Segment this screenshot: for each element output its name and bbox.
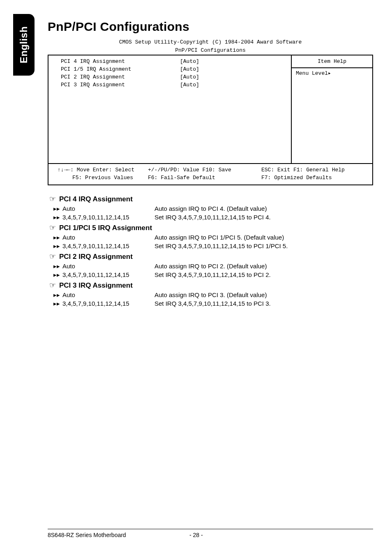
option-row: ▸▸ Auto Auto assign IRQ to PCI 4. (Defau… (48, 204, 373, 213)
arrow-icon: ▸▸ (48, 233, 62, 242)
bios-row-label: PCI 3 IRQ Assignment (61, 81, 180, 89)
hand-icon: ☞ (48, 223, 59, 232)
option-label: 3,4,5,7,9,10,11,12,14,15 (62, 213, 154, 221)
bios-top: PCI 4 IRQ Assignment [Auto] PCI 1/5 IRQ … (48, 55, 372, 163)
hand-icon: ☞ (48, 281, 59, 290)
bios-row-value: [Auto] (180, 81, 199, 89)
option-title: PCI 4 IRQ Assignment (59, 195, 133, 203)
language-tab-text: English (18, 26, 30, 63)
option-block: ☞ PCI 1/PCI 5 IRQ Assignment ▸▸ Auto Aut… (48, 223, 373, 250)
option-label: Auto (62, 291, 154, 299)
arrow-icon: ▸▸ (48, 270, 62, 279)
bios-row: PCI 3 IRQ Assignment [Auto] (61, 81, 287, 89)
option-label: Auto (62, 233, 154, 242)
option-row: ▸▸ Auto Auto assign IRQ to PCI 1/PCI 5. … (48, 233, 373, 242)
option-label: Auto (62, 204, 154, 213)
option-row: ▸▸ 3,4,5,7,9,10,11,12,14,15 Set IRQ 3,4,… (48, 270, 373, 279)
bios-right-pane: Item Help Menu Level▸ (291, 55, 372, 163)
option-block: ☞ PCI 3 IRQ Assignment ▸▸ Auto Auto assi… (48, 281, 373, 308)
option-block: ☞ PCI 2 IRQ Assignment ▸▸ Auto Auto assi… (48, 252, 373, 279)
bios-help-title: Item Help (296, 58, 368, 66)
bios-caption-2: PnP/PCI Configurations (48, 47, 373, 54)
option-label: 3,4,5,7,9,10,11,12,14,15 (62, 270, 154, 279)
option-label: Auto (62, 262, 154, 270)
bios-bottom: ↑↓→←: Move Enter: Select +/-/PU/PD: Valu… (48, 163, 372, 184)
bios-row: PCI 2 IRQ Assignment [Auto] (61, 74, 287, 81)
option-desc: Set IRQ 3,4,5,7,9,10,11,12,14,15 to PCI … (154, 213, 373, 221)
bios-bottom-row-2: F5: Previous Values F6: Fail-Safe Defaul… (58, 174, 368, 182)
option-desc: Set IRQ 3,4,5,7,9,10,11,12,14,15 to PCI … (154, 270, 373, 279)
option-label: 3,4,5,7,9,10,11,12,14,15 (62, 242, 154, 250)
bios-hint: F6: Fail-Safe Default (148, 174, 261, 182)
option-title: PCI 2 IRQ Assignment (59, 253, 133, 261)
bios-row-label: PCI 2 IRQ Assignment (61, 74, 180, 81)
bios-hint: ESC: Exit F1: General Help (261, 166, 368, 174)
bios-help-divider (292, 67, 372, 68)
option-desc: Auto assign IRQ to PCI 4. (Default value… (154, 204, 373, 213)
option-desc: Set IRQ 3,4,5,7,9,10,11,12,14,15 to PCI … (154, 299, 373, 308)
arrow-icon: ▸▸ (48, 299, 62, 308)
bios-row-value: [Auto] (180, 66, 199, 74)
option-row: ▸▸ 3,4,5,7,9,10,11,12,14,15 Set IRQ 3,4,… (48, 299, 373, 308)
bios-row-label: PCI 4 IRQ Assignment (61, 58, 180, 66)
option-row: ▸▸ Auto Auto assign IRQ to PCI 2. (Defau… (48, 262, 373, 270)
arrow-icon: ▸▸ (48, 262, 62, 270)
bios-row: PCI 1/5 IRQ Assignment [Auto] (61, 66, 287, 74)
bios-caption-1: CMOS Setup Utility-Copyright (C) 1984-20… (48, 39, 373, 46)
options-section: ☞ PCI 4 IRQ Assignment ▸▸ Auto Auto assi… (48, 194, 373, 308)
option-title: PCI 3 IRQ Assignment (59, 281, 133, 290)
bios-row-value: [Auto] (180, 58, 199, 66)
option-title: PCI 1/PCI 5 IRQ Assignment (59, 224, 152, 232)
hand-icon: ☞ (48, 194, 59, 203)
bios-left-pane: PCI 4 IRQ Assignment [Auto] PCI 1/5 IRQ … (48, 55, 291, 163)
option-heading: ☞ PCI 2 IRQ Assignment (48, 252, 373, 261)
option-desc: Auto assign IRQ to PCI 2. (Default value… (154, 262, 373, 270)
bios-help-level: Menu Level▸ (296, 70, 368, 78)
option-heading: ☞ PCI 4 IRQ Assignment (48, 194, 373, 203)
arrow-icon: ▸▸ (48, 291, 62, 299)
bios-hint: ↑↓→←: Move Enter: Select (58, 166, 148, 174)
option-row: ▸▸ Auto Auto assign IRQ to PCI 3. (Defau… (48, 291, 373, 299)
bios-hint: F7: Optimized Defaults (261, 174, 368, 182)
bios-hint: +/-/PU/PD: Value F10: Save (148, 166, 261, 174)
arrow-icon: ▸▸ (48, 204, 62, 213)
page-content: PnP/PCI Configurations CMOS Setup Utilit… (48, 20, 373, 309)
option-desc: Auto assign IRQ to PCI 3. (Default value… (154, 291, 373, 299)
hand-icon: ☞ (48, 252, 59, 261)
option-row: ▸▸ 3,4,5,7,9,10,11,12,14,15 Set IRQ 3,4,… (48, 242, 373, 250)
option-desc: Set IRQ 3,4,5,7,9,10,11,12,14,15 to PCI … (154, 242, 373, 250)
bios-box: PCI 4 IRQ Assignment [Auto] PCI 1/5 IRQ … (48, 55, 373, 185)
bios-row-value: [Auto] (180, 74, 199, 81)
option-heading: ☞ PCI 3 IRQ Assignment (48, 281, 373, 290)
arrow-icon: ▸▸ (48, 213, 62, 221)
option-desc: Auto assign IRQ to PCI 1/PCI 5. (Default… (154, 233, 373, 242)
page-title: PnP/PCI Configurations (48, 20, 373, 34)
page-footer: 8S648-RZ Series Motherboard - 28 - (48, 529, 373, 538)
bios-bottom-row-1: ↑↓→←: Move Enter: Select +/-/PU/PD: Valu… (58, 166, 368, 174)
bios-row-label: PCI 1/5 IRQ Assignment (61, 66, 180, 74)
option-row: ▸▸ 3,4,5,7,9,10,11,12,14,15 Set IRQ 3,4,… (48, 213, 373, 221)
bios-hint: F5: Previous Values (58, 174, 148, 182)
language-tab: English (13, 14, 35, 76)
arrow-icon: ▸▸ (48, 242, 62, 250)
option-heading: ☞ PCI 1/PCI 5 IRQ Assignment (48, 223, 373, 232)
bios-row: PCI 4 IRQ Assignment [Auto] (61, 58, 287, 66)
footer-left: 8S648-RZ Series Motherboard (48, 532, 189, 538)
footer-page-number: - 28 - (189, 532, 203, 538)
option-block: ☞ PCI 4 IRQ Assignment ▸▸ Auto Auto assi… (48, 194, 373, 221)
option-label: 3,4,5,7,9,10,11,12,14,15 (62, 299, 154, 308)
